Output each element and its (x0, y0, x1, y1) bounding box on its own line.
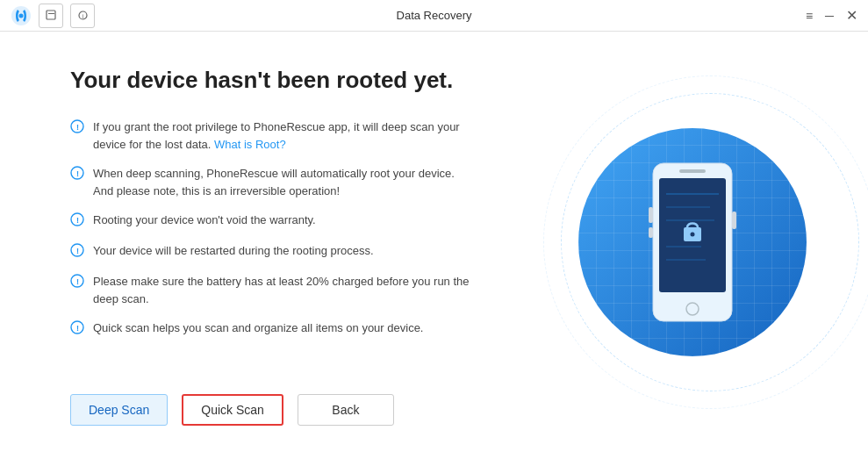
page-heading: Your device hasn't been rooted yet. (70, 67, 473, 94)
phone-illustration-circle (578, 128, 807, 356)
info-text-1: If you grant the root privilege to Phone… (93, 118, 473, 153)
svg-point-26 (691, 232, 695, 236)
deep-scan-button[interactable]: Deep Scan (70, 394, 168, 426)
close-button[interactable]: ✕ (846, 9, 857, 23)
svg-text:!: ! (76, 324, 79, 333)
minimize-button[interactable]: ─ (825, 10, 834, 22)
svg-text:!: ! (76, 123, 79, 132)
main-content: Your device hasn't been rooted yet. ! If… (0, 32, 868, 452)
info-icon-6: ! (70, 320, 84, 338)
svg-rect-29 (649, 207, 653, 223)
back-button[interactable]: Back (298, 394, 394, 426)
svg-rect-27 (679, 169, 706, 173)
quick-scan-button[interactable]: Quick Scan (182, 394, 283, 426)
button-row: Deep Scan Quick Scan Back (70, 394, 473, 426)
toolbar-btn-2[interactable]: i (70, 4, 95, 28)
info-icon-2: ! (70, 166, 84, 183)
left-panel: Your device hasn't been rooted yet. ! If… (0, 32, 517, 452)
info-text-3: Rooting your device won't void the warra… (93, 212, 316, 229)
list-item: ! When deep scanning, PhoneRescue will a… (70, 165, 473, 199)
info-text-4: Your device will be restarted during the… (93, 242, 374, 260)
list-item: ! Please make sure the battery has at le… (70, 273, 473, 307)
svg-text:!: ! (76, 216, 79, 225)
list-item: ! Quick scan helps you scan and organize… (70, 319, 473, 338)
app-logo (11, 5, 32, 26)
info-icon-3: ! (70, 212, 84, 230)
svg-point-1 (19, 13, 24, 18)
svg-rect-31 (732, 212, 736, 229)
info-text-2: When deep scanning, PhoneRescue will aut… (93, 165, 473, 199)
info-text-5: Please make sure the battery has at leas… (93, 273, 473, 307)
right-panel (517, 32, 868, 452)
list-item: ! Rooting your device won't void the war… (70, 212, 473, 230)
list-item: ! If you grant the root privilege to Pho… (70, 118, 473, 153)
list-item: ! Your device will be restarted during t… (70, 242, 473, 261)
svg-text:!: ! (76, 247, 79, 255)
svg-rect-30 (649, 227, 653, 238)
info-icon-5: ! (70, 274, 84, 291)
toolbar-btn-1[interactable] (39, 4, 63, 28)
title-bar-left: i (11, 4, 95, 28)
info-icon-1: ! (70, 119, 84, 137)
info-list: ! If you grant the root privilege to Pho… (70, 118, 473, 338)
info-icon-4: ! (70, 243, 84, 261)
svg-text:i: i (82, 13, 83, 19)
svg-text:!: ! (76, 277, 79, 286)
phone-svg (640, 159, 745, 326)
window-title: Data Recovery (397, 9, 472, 22)
svg-text:!: ! (76, 169, 79, 178)
menu-icon[interactable]: ≡ (806, 10, 813, 22)
svg-rect-3 (48, 13, 54, 14)
title-bar: i Data Recovery ≡ ─ ✕ (0, 0, 868, 32)
info-text-6: Quick scan helps you scan and organize a… (93, 319, 423, 337)
svg-rect-2 (47, 11, 55, 19)
title-bar-controls: ≡ ─ ✕ (806, 9, 857, 23)
what-is-root-link[interactable]: What is Root? (214, 138, 286, 151)
